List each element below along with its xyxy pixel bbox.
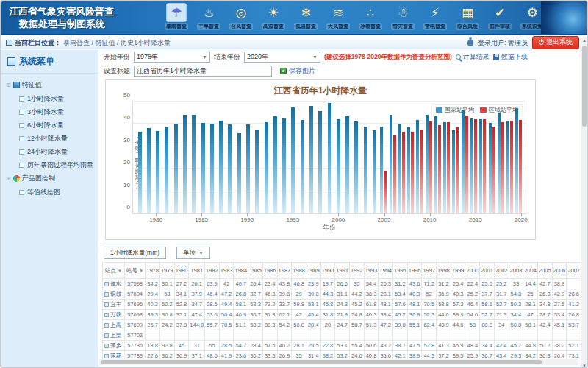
nav-item-map-review[interactable]: ✔图件审核 xyxy=(484,3,516,34)
station-name[interactable]: 上栗 xyxy=(103,330,125,341)
precip-value: 38.4 xyxy=(379,310,393,320)
precip-value: 32.7 xyxy=(248,289,263,300)
sidebar-item[interactable]: 6小时降水量 xyxy=(4,118,95,132)
col-header-station[interactable]: 站点 ▼ xyxy=(103,263,125,279)
logout-button[interactable]: 退出系统 xyxy=(532,36,579,49)
nav-item-low-temp[interactable]: ❄低温普查 xyxy=(290,3,322,34)
col-header-year[interactable]: 1985 xyxy=(248,263,263,279)
col-header-year[interactable]: 1981 xyxy=(189,263,205,279)
calculate-button[interactable]: 计算结果 xyxy=(456,52,490,62)
col-header-station-id[interactable]: 站号 ▼ xyxy=(124,263,145,279)
station-name[interactable]: 铜鼓 xyxy=(103,289,125,300)
col-header-year[interactable]: 2002 xyxy=(494,263,509,279)
unit-filter[interactable]: 单位▼ xyxy=(176,247,210,259)
checkbox-icon[interactable] xyxy=(19,190,24,195)
checkbox-icon[interactable] xyxy=(19,163,24,168)
bar-national-1978 xyxy=(138,132,142,213)
precip-value: 45.7 xyxy=(509,341,523,351)
col-header-year[interactable]: 1978 xyxy=(146,263,160,279)
vertical-scroll-thumb[interactable] xyxy=(582,46,587,127)
col-header-year[interactable]: 2007 xyxy=(567,263,581,279)
col-header-year[interactable]: 2006 xyxy=(552,263,567,279)
col-header-year[interactable]: 2000 xyxy=(465,263,480,279)
scroll-down-icon[interactable]: ▼ xyxy=(581,362,587,368)
col-header-year[interactable]: 2004 xyxy=(523,263,538,279)
station-name[interactable]: 万载 xyxy=(103,310,125,320)
col-header-year[interactable]: 1991 xyxy=(335,263,350,279)
precip-value: 57.6 xyxy=(393,300,408,310)
sidebar-item[interactable]: 12小时降水量 xyxy=(4,132,95,145)
nav-item-snow[interactable]: ☃雪灾普查 xyxy=(387,3,419,34)
user-icon xyxy=(467,40,473,46)
precip-value xyxy=(364,330,379,341)
precip-value: 25 xyxy=(523,289,538,300)
col-header-year[interactable]: 1984 xyxy=(234,263,248,279)
save-image-button[interactable]: 保存图片 xyxy=(280,66,315,76)
nav-item-hail[interactable]: ∴冰雹普查 xyxy=(354,3,387,34)
col-header-year[interactable]: 2001 xyxy=(480,263,495,279)
station-name[interactable]: 上高 xyxy=(103,320,125,330)
col-header-year[interactable]: 1990 xyxy=(320,263,335,279)
bar-slot-1982 xyxy=(171,102,180,213)
col-header-year[interactable]: 1995 xyxy=(393,263,408,279)
bar-slot-2014 xyxy=(460,102,469,213)
col-header-year[interactable]: 2005 xyxy=(537,263,552,279)
col-header-year[interactable]: 1988 xyxy=(292,263,306,279)
hail-icon: ∴ xyxy=(360,3,381,22)
expander-icon[interactable]: ⊞ xyxy=(6,175,11,182)
col-header-year[interactable]: 1989 xyxy=(306,263,320,279)
start-year-select[interactable]: 1978年▼ xyxy=(134,52,210,63)
tree-group-palette[interactable]: ⊞产品图绘制 xyxy=(4,171,95,185)
nav-item-high-temp[interactable]: ☀高温普查 xyxy=(257,3,290,34)
tree-group-grid[interactable]: ⊞特征值 xyxy=(4,78,95,92)
vertical-scrollbar[interactable]: ▲ ▼ xyxy=(581,37,587,368)
station-name[interactable]: 宜丰 xyxy=(103,300,125,310)
col-header-year[interactable]: 1992 xyxy=(349,263,364,279)
precip-value: 21.9 xyxy=(335,310,350,320)
checkbox-icon[interactable] xyxy=(19,136,24,141)
col-header-year[interactable]: 1994 xyxy=(379,263,393,279)
horizontal-scrollbar[interactable] xyxy=(99,359,578,365)
precip-value xyxy=(567,330,581,341)
sidebar-item[interactable]: 1小时降水量 xyxy=(4,92,95,105)
checkbox-icon[interactable] xyxy=(19,149,24,155)
col-header-year[interactable]: 1980 xyxy=(174,263,189,279)
nav-item-lightning[interactable]: ⚡雷电普查 xyxy=(419,3,451,34)
checkbox-icon[interactable] xyxy=(19,110,24,115)
col-header-year[interactable]: 1996 xyxy=(407,263,422,279)
precip-value: 55 xyxy=(205,341,220,351)
col-header-year[interactable]: 1987 xyxy=(277,263,292,279)
sidebar-item[interactable]: 等值线绘图 xyxy=(4,185,95,199)
nav-item-typhoon[interactable]: ◎台风普查 xyxy=(225,3,257,34)
sidebar-item[interactable]: 24小时降水量 xyxy=(4,145,95,158)
station-name[interactable]: 修水 xyxy=(103,279,125,289)
precip-value: 46.3 xyxy=(262,289,277,300)
horizontal-scroll-thumb[interactable] xyxy=(101,360,542,364)
col-header-year[interactable]: 1997 xyxy=(422,263,437,279)
nav-item-combined-risk[interactable]: ▦综合风险 xyxy=(451,3,484,34)
bar-national-1990 xyxy=(246,124,250,213)
col-header-year[interactable]: 1999 xyxy=(451,263,465,279)
sidebar-item[interactable]: 历年暴雨过程平均雨量 xyxy=(4,158,95,171)
chart-title-input[interactable]: 江西省历年1小时降水量 xyxy=(134,66,272,77)
nav-item-drought[interactable]: ♨干旱普查 xyxy=(193,3,225,34)
expander-icon[interactable]: ⊞ xyxy=(6,82,11,88)
end-year-select[interactable]: 2020年▼ xyxy=(244,52,320,63)
station-name[interactable]: 萍乡 xyxy=(103,341,125,351)
sidebar-item[interactable]: 3小时降水量 xyxy=(4,105,95,118)
col-header-year[interactable]: 1982 xyxy=(205,263,220,279)
col-header-year[interactable]: 1998 xyxy=(437,263,451,279)
nav-item-rainstorm[interactable]: ☂暴雨普查 xyxy=(160,3,193,34)
scroll-up-icon[interactable]: ▲ xyxy=(581,37,587,44)
download-button[interactable]: 数据下载 xyxy=(493,52,528,62)
nav-item-wind[interactable]: ≋大风普查 xyxy=(322,3,354,34)
checkbox-icon[interactable] xyxy=(19,123,24,128)
col-header-year[interactable]: 1986 xyxy=(262,263,277,279)
app-title-line2: 数据处理与制图系统 xyxy=(9,18,114,30)
col-header-year[interactable]: 1979 xyxy=(159,263,174,279)
checkbox-icon[interactable] xyxy=(19,96,24,102)
bar-slot-1997 xyxy=(306,102,315,213)
col-header-year[interactable]: 1993 xyxy=(364,263,379,279)
col-header-year[interactable]: 1983 xyxy=(219,263,234,279)
col-header-year[interactable]: 2003 xyxy=(509,263,523,279)
